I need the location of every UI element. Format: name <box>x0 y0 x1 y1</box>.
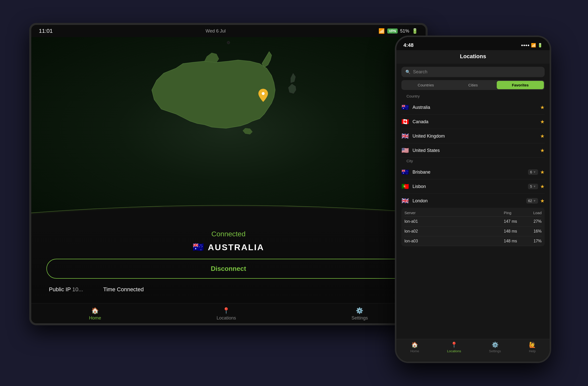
canada-name: Canada <box>413 119 540 124</box>
tablet-nav-home[interactable]: 🏠 Home <box>89 307 101 319</box>
tablet-map <box>31 37 426 222</box>
list-item-lisbon[interactable]: 🇵🇹 Lisbon 5 ▼ ★ <box>401 179 545 194</box>
tablet-nav: 🏠 Home 📍 Locations ⚙️ Settings <box>31 303 426 323</box>
phone-nav-help[interactable]: 🙋 Help <box>529 342 536 357</box>
tablet-nav-settings[interactable]: ⚙️ Settings <box>351 307 368 319</box>
svg-point-1 <box>262 92 264 95</box>
tablet-date: Wed 6 Jul <box>205 28 226 34</box>
lisbon-flag: 🇵🇹 <box>401 183 409 190</box>
australia-flag: 🇦🇺 <box>193 242 204 252</box>
london-star[interactable]: ★ <box>540 198 545 204</box>
london-flag: 🇬🇧 <box>401 197 409 204</box>
phone-status-bar: 4:48 ●●●● 📶 🔋 <box>396 37 550 50</box>
phone-status-right: ●●●● 📶 🔋 <box>521 43 543 48</box>
info-row: Public IP 10... Time Connected <box>46 286 410 293</box>
london-chevron-icon: ▼ <box>533 199 536 203</box>
phone-home-icon: 🏠 <box>411 342 418 348</box>
battery-icon: 🔋 <box>412 28 418 34</box>
server-lona03-name: lon-a03 <box>404 239 504 243</box>
canada-flag: 🇨🇦 <box>401 118 409 125</box>
tablet-status-right: 📶 VPN 51% 🔋 <box>378 28 418 34</box>
list-item-brisbane[interactable]: 🇦🇺 Brisbane 6 ▼ ★ <box>401 165 545 179</box>
us-star[interactable]: ★ <box>540 147 545 153</box>
list-item-australia[interactable]: 🇦🇺 Australia ★ <box>401 100 545 115</box>
public-ip-value: 10... <box>72 286 83 293</box>
london-count: 62 <box>528 199 532 203</box>
list-item-us[interactable]: 🇺🇸 United States ★ <box>401 143 545 158</box>
server-lona03-load: 17% <box>526 239 542 243</box>
server-row-lona01[interactable]: lon-a01 147 ms 27% <box>404 217 542 227</box>
phone-nav-home[interactable]: 🏠 Home <box>410 342 419 357</box>
locations-list[interactable]: Country 🇦🇺 Australia ★ 🇨🇦 Canada ★ 🇬🇧 U <box>396 93 550 339</box>
tablet-nav-settings-label: Settings <box>351 315 368 321</box>
public-ip-label: Public IP <box>49 286 71 293</box>
phone-nav-settings[interactable]: ⚙️ Settings <box>489 342 501 357</box>
server-col-server: Server <box>404 211 504 215</box>
brisbane-name: Brisbane <box>413 170 528 175</box>
tablet-status-bar: 11:01 Wed 6 Jul 📶 VPN 51% 🔋 <box>31 25 426 37</box>
phone-help-icon: 🙋 <box>529 342 536 348</box>
list-item-london[interactable]: 🇬🇧 London 62 ▼ ★ <box>401 194 545 208</box>
phone-help-label: Help <box>529 349 536 353</box>
section-city-label: City <box>401 158 545 165</box>
signal-icon: ●●●● <box>521 43 530 47</box>
phone-screen: Locations 🔍 Search Countries Cities Favo… <box>396 50 550 339</box>
server-col-load: Load <box>526 211 542 215</box>
lisbon-name: Lisbon <box>413 184 528 189</box>
tab-cities[interactable]: Cities <box>449 81 496 89</box>
phone-nav-locations[interactable]: 📍 Locations <box>447 342 461 357</box>
section-country-label: Country <box>401 93 545 100</box>
brisbane-chevron-icon: ▼ <box>533 170 536 174</box>
battery-level: 51% <box>400 28 409 34</box>
brisbane-count: 6 <box>530 170 532 174</box>
settings-icon: ⚙️ <box>356 307 363 314</box>
brisbane-star[interactable]: ★ <box>540 169 545 175</box>
wifi-icon: 📶 <box>378 28 385 34</box>
disconnect-button[interactable]: Disconnect <box>46 259 410 279</box>
lisbon-star[interactable]: ★ <box>540 183 545 189</box>
us-flag: 🇺🇸 <box>401 147 409 154</box>
home-icon: 🏠 <box>91 307 99 314</box>
connected-status: Connected <box>46 230 410 238</box>
server-lona01-load: 27% <box>526 219 542 224</box>
london-count-badge: 62 ▼ <box>526 198 538 204</box>
time-connected-item: Time Connected <box>103 286 144 293</box>
phone-device: 4:48 ●●●● 📶 🔋 Locations 🔍 Search Countri… <box>395 36 551 363</box>
tablet-nav-locations-label: Locations <box>217 315 236 321</box>
australia-name: Australia <box>413 105 540 110</box>
server-row-lona02[interactable]: lon-a02 148 ms 16% <box>404 227 542 236</box>
list-item-uk[interactable]: 🇬🇧 United Kingdom ★ <box>401 129 545 143</box>
australia-star[interactable]: ★ <box>540 104 545 110</box>
public-ip-item: Public IP 10... <box>49 286 83 293</box>
list-item-canada[interactable]: 🇨🇦 Canada ★ <box>401 115 545 129</box>
us-name: United States <box>413 148 540 153</box>
server-row-lona03[interactable]: lon-a03 148 ms 17% <box>404 236 542 246</box>
australia-svg <box>130 42 327 138</box>
server-table-header: Server Ping Load <box>404 208 542 217</box>
scene: 11:01 Wed 6 Jul 📶 VPN 51% 🔋 <box>17 10 571 376</box>
brisbane-flag: 🇦🇺 <box>401 169 409 176</box>
search-input[interactable]: Search <box>413 69 427 75</box>
phone-locations-icon: 📍 <box>451 342 457 348</box>
server-lona02-load: 16% <box>526 229 542 234</box>
search-icon: 🔍 <box>405 70 410 74</box>
vpn-badge: VPN <box>387 28 398 34</box>
uk-star[interactable]: ★ <box>540 133 545 139</box>
locations-icon: 📍 <box>222 307 230 314</box>
phone-header: Locations <box>396 50 550 64</box>
battery-icon-phone: 🔋 <box>538 43 543 48</box>
search-bar[interactable]: 🔍 Search <box>401 67 545 77</box>
lisbon-count: 5 <box>530 184 532 188</box>
tab-countries[interactable]: Countries <box>402 81 449 89</box>
server-lona03-ping: 148 ms <box>504 239 526 243</box>
tablet-nav-locations[interactable]: 📍 Locations <box>217 307 236 319</box>
tab-favorites[interactable]: Favorites <box>497 81 544 89</box>
uk-flag: 🇬🇧 <box>401 133 409 140</box>
australia-flag-phone: 🇦🇺 <box>401 104 409 111</box>
phone-locations-label: Locations <box>447 349 461 353</box>
server-lona01-name: lon-a01 <box>404 219 504 224</box>
tabs-row: Countries Cities Favorites <box>401 80 545 90</box>
uk-name: United Kingdom <box>413 134 540 139</box>
canada-star[interactable]: ★ <box>540 119 545 125</box>
tablet-time: 11:01 <box>39 28 53 34</box>
